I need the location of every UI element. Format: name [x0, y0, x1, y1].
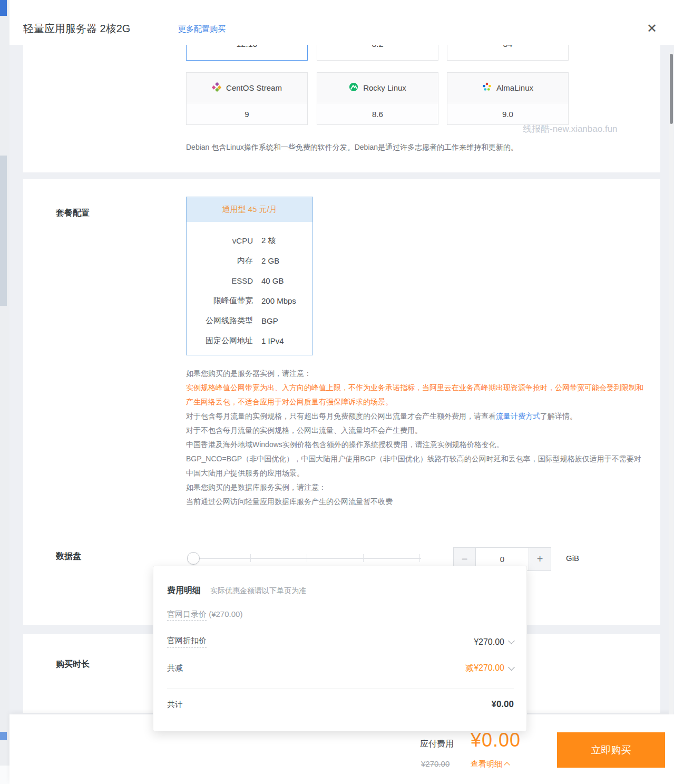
os-version-cell-debian[interactable]: 12.10: [186, 45, 308, 61]
os-version-label: 8.6: [317, 103, 438, 124]
os-name-label: CentOS Stream: [226, 83, 282, 92]
note-line: BGP_NCO=BGP（非中国优化），中国大陆用户使用BGP（非中国优化）线路有…: [186, 452, 646, 480]
os-version-text: 12.10: [187, 45, 307, 49]
plan-spec-table: vCPU2 核 内存2 GB ESSD40 GB 限峰值带宽200 Mbps 公…: [187, 222, 312, 351]
spec-row: 固定公网地址1 IPv4: [187, 331, 312, 351]
chevron-down-icon[interactable]: [508, 664, 515, 671]
traffic-billing-link[interactable]: 流量计费方式: [496, 412, 540, 420]
note-warning: 实例规格峰值公网带宽为出、入方向的峰值上限，不作为业务承诺指标，当阿里云在业务高…: [186, 381, 646, 409]
popup-divider: [167, 689, 514, 689]
os-version-label: 9: [187, 103, 307, 124]
watermark-text: 线报酷-new.xianbao.fun: [523, 123, 618, 135]
discount-price-row: 官网折扣价 ¥270.00: [167, 636, 514, 648]
spec-label: 限峰值带宽: [187, 296, 253, 306]
discount-price-label: 官网折扣价: [167, 636, 207, 648]
reduction-value: 减¥270.00: [465, 663, 504, 674]
note-line: 对于不包含每月流量的实例规格，公网出流量、入流量均不会产生费用。: [186, 423, 646, 438]
plan-card-title: 通用型 45 元/月: [187, 197, 312, 222]
slider-tick: [307, 554, 307, 562]
note-text: 对于包含每月流量的实例规格，只有超出每月免费额度的公网出流量才会产生额外费用，请…: [186, 412, 496, 420]
spec-row: vCPU2 核: [187, 230, 312, 250]
background-white-strip: [0, 766, 9, 784]
data-disk-unit-label: GiB: [566, 554, 579, 563]
os-section-card: 12.10 8.2 34 CentOS Stream 9: [23, 45, 660, 172]
note-line: 如果您购买的是数据库服务实例，请注意：: [186, 480, 646, 495]
spec-label: 固定公网地址: [187, 336, 253, 346]
spec-value: 2 核: [261, 236, 276, 246]
slider-tick: [419, 554, 420, 562]
rocky-linux-logo-icon: [349, 82, 358, 93]
os-version-cell-3[interactable]: 34: [447, 45, 569, 61]
note-line: 中国香港及海外地域Windows实例价格包含额外的操作系统授权费用，请注意实例规…: [186, 438, 646, 452]
more-config-link[interactable]: 更多配置购买: [178, 24, 226, 34]
background-blue-dot: [0, 732, 7, 740]
view-detail-link[interactable]: 查看明细: [471, 759, 509, 769]
os-name-label: AlmaLinux: [496, 83, 533, 92]
background-blue-bar: [0, 0, 7, 16]
plan-card-general[interactable]: 通用型 45 元/月 vCPU2 核 内存2 GB ESSD40 GB 限峰值带…: [186, 197, 313, 355]
spec-label: 公网线路类型: [187, 316, 253, 326]
os-version-text: 8.2: [317, 45, 438, 49]
total-row: 共计 ¥0.00: [167, 699, 514, 710]
os-version-label: 9.0: [447, 103, 568, 124]
os-version-text: 34: [447, 45, 568, 49]
os-version-cell-2[interactable]: 8.2: [317, 45, 438, 61]
plan-section-label: 套餐配置: [56, 208, 90, 219]
buy-now-button[interactable]: 立即购买: [557, 732, 665, 768]
spec-value: 40 GB: [261, 276, 284, 285]
data-disk-slider-track[interactable]: [194, 558, 421, 559]
payable-label: 应付费用: [420, 739, 454, 750]
os-card-centos-stream[interactable]: CentOS Stream 9: [186, 72, 308, 125]
background-band: [0, 156, 7, 306]
spec-label: 内存: [187, 256, 253, 266]
spec-row: 内存2 GB: [187, 250, 312, 270]
close-icon[interactable]: ✕: [643, 20, 660, 37]
stepper-plus-button[interactable]: +: [529, 547, 551, 571]
modal-title: 轻量应用服务器 2核2G: [23, 22, 130, 36]
duration-section-label: 购买时长: [56, 659, 90, 670]
spec-label: ESSD: [187, 276, 253, 285]
os-name-label: Rocky Linux: [363, 83, 406, 92]
os-description: Debian 包含Linux操作系统和一些免费的软件分发。Debian是通过许多…: [186, 143, 518, 152]
purchase-modal-screen: 轻量应用服务器 2核2G 更多配置购买 ✕ 12.10 8.2 34: [0, 0, 674, 784]
total-label: 共计: [167, 700, 183, 710]
list-price-label: 官网目录价: [167, 609, 207, 621]
chevron-up-icon: [504, 762, 510, 768]
data-disk-section-label: 数据盘: [56, 551, 81, 562]
original-price: ¥270.00: [421, 759, 450, 768]
background-page-edge: [0, 0, 9, 784]
payable-value: ¥0.00: [471, 729, 521, 751]
spec-value: 2 GB: [261, 256, 279, 265]
modal-scrollbar[interactable]: [669, 52, 673, 714]
chevron-down-icon[interactable]: [508, 637, 515, 644]
reduction-label: 共减: [167, 663, 183, 673]
list-price-value: (¥270.00): [209, 609, 242, 618]
centos-logo-icon: [212, 82, 221, 93]
almalinux-logo-icon: [482, 82, 492, 93]
reduction-row: 共减 减¥270.00: [167, 663, 514, 674]
data-disk-slider-handle[interactable]: [187, 552, 200, 565]
os-card-rocky-linux[interactable]: Rocky Linux 8.6: [317, 72, 438, 125]
popup-subtitle: 实际优惠金额请以下单页为准: [210, 586, 306, 596]
list-price-row: 官网目录价 (¥270.00): [167, 609, 514, 620]
note-line: 当前通过公网访问轻量应用数据库服务产生的公网流量暂不收费: [186, 495, 646, 509]
plan-section-card: 套餐配置 通用型 45 元/月 vCPU2 核 内存2 GB ESSD40 GB…: [23, 179, 660, 625]
os-card-almalinux[interactable]: AlmaLinux 9.0: [447, 72, 569, 125]
slider-tick: [250, 554, 251, 562]
note-text: 了解详情。: [540, 412, 577, 420]
spec-row: 限峰值带宽200 Mbps: [187, 291, 312, 311]
note-line-with-link: 对于包含每月流量的实例规格，只有超出每月免费额度的公网出流量才会产生额外费用，请…: [186, 409, 646, 423]
modal-header: 轻量应用服务器 2核2G 更多配置购买 ✕: [9, 13, 674, 45]
discount-price-value: ¥270.00: [474, 637, 504, 647]
plan-notes: 如果您购买的是服务器实例，请注意： 实例规格峰值公网带宽为出、入方向的峰值上限，…: [186, 366, 646, 509]
spec-value: BGP: [261, 316, 278, 325]
spec-value: 1 IPv4: [261, 336, 284, 345]
popup-title: 费用明细: [167, 585, 201, 596]
spec-row: 公网线路类型BGP: [187, 311, 312, 331]
slider-tick: [363, 554, 364, 562]
spec-label: vCPU: [187, 236, 253, 245]
price-detail-popup: 费用明细 实际优惠金额请以下单页为准 官网目录价 (¥270.00) 官网折扣价…: [153, 566, 527, 731]
spec-value: 200 Mbps: [261, 296, 296, 305]
spec-row: ESSD40 GB: [187, 270, 312, 291]
scrollbar-thumb[interactable]: [670, 54, 673, 124]
